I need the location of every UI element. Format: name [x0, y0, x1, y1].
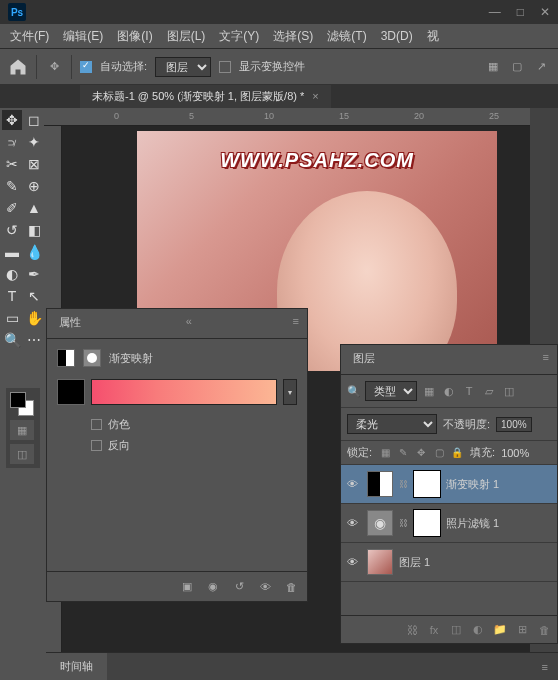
lock-transparency-icon[interactable]: ▦	[378, 446, 392, 460]
menu-select[interactable]: 选择(S)	[267, 26, 319, 47]
lock-position-icon[interactable]: ✥	[414, 446, 428, 460]
document-tab[interactable]: 未标题-1 @ 50% (渐变映射 1, 图层蒙版/8) * ×	[80, 85, 331, 108]
menu-type[interactable]: 文字(Y)	[213, 26, 265, 47]
eraser-tool[interactable]: ◧	[24, 220, 44, 240]
pen-tool[interactable]: ✒	[24, 264, 44, 284]
search-icon[interactable]: 🔍	[347, 385, 361, 398]
layer-style-icon[interactable]: fx	[427, 623, 441, 637]
menu-file[interactable]: 文件(F)	[4, 26, 55, 47]
zoom-tool[interactable]: 🔍	[2, 330, 22, 350]
delete-icon[interactable]: 🗑	[283, 579, 299, 595]
layer-name[interactable]: 图层 1	[399, 555, 430, 570]
visibility-icon[interactable]: 👁	[347, 556, 361, 568]
shape-tool[interactable]: ▭	[2, 308, 22, 328]
gradient-tool[interactable]: ▬	[2, 242, 22, 262]
layers-tab[interactable]: 图层	[341, 345, 387, 374]
visibility-icon[interactable]: 👁	[347, 478, 361, 490]
lock-all-icon[interactable]: 🔒	[450, 446, 464, 460]
close-tab-icon[interactable]: ×	[312, 90, 318, 102]
color-swatch[interactable]	[57, 379, 85, 405]
move-tool[interactable]: ✥	[2, 110, 22, 130]
menu-filter[interactable]: 滤镜(T)	[321, 26, 372, 47]
timeline-tab[interactable]: 时间轴	[46, 653, 107, 680]
brush-tool[interactable]: ✐	[2, 198, 22, 218]
filter-type-select[interactable]: 类型	[365, 381, 417, 401]
new-layer-icon[interactable]: ⊞	[515, 623, 529, 637]
menu-image[interactable]: 图像(I)	[111, 26, 158, 47]
new-group-icon[interactable]: 📁	[493, 623, 507, 637]
menu-3d[interactable]: 3D(D)	[375, 27, 419, 45]
filter-shape-icon[interactable]: ▱	[481, 383, 497, 399]
panel-menu-icon[interactable]: ≡	[535, 345, 557, 374]
reset-icon[interactable]: ↺	[231, 579, 247, 595]
menu-edit[interactable]: 编辑(E)	[57, 26, 109, 47]
menu-view[interactable]: 视	[421, 26, 445, 47]
move-tool-icon[interactable]: ✥	[45, 58, 63, 76]
mask-thumbnail[interactable]	[414, 471, 440, 497]
reverse-checkbox[interactable]	[91, 440, 102, 451]
new-adjustment-icon[interactable]: ◐	[471, 623, 485, 637]
lock-artboard-icon[interactable]: ▢	[432, 446, 446, 460]
dodge-tool[interactable]: ◐	[2, 264, 22, 284]
layer-thumbnail[interactable]	[367, 549, 393, 575]
layer-name[interactable]: 渐变映射 1	[446, 477, 499, 492]
gradient-dropdown[interactable]: ▾	[283, 379, 297, 405]
add-mask-icon[interactable]: ◫	[449, 623, 463, 637]
panel-menu-icon[interactable]: ≡	[532, 661, 558, 673]
lasso-tool[interactable]: ⟉	[2, 132, 22, 152]
close-button[interactable]: ✕	[540, 5, 550, 19]
filter-pixel-icon[interactable]: ▦	[421, 383, 437, 399]
eyedropper-tool[interactable]: ✎	[2, 176, 22, 196]
healing-tool[interactable]: ⊕	[24, 176, 44, 196]
minimize-button[interactable]: —	[489, 5, 501, 19]
opacity-value[interactable]: 100%	[496, 417, 532, 432]
visibility-icon[interactable]: 👁	[347, 517, 361, 529]
view-previous-icon[interactable]: ◉	[205, 579, 221, 595]
history-brush-tool[interactable]: ↺	[2, 220, 22, 240]
3d-mode-icon[interactable]: ▢	[508, 58, 526, 76]
mask-icon[interactable]	[83, 349, 101, 367]
dither-checkbox[interactable]	[91, 419, 102, 430]
collapsed-panel-icon[interactable]: ◫	[10, 444, 34, 464]
marquee-tool[interactable]: ◻	[24, 110, 44, 130]
frame-tool[interactable]: ⊠	[24, 154, 44, 174]
filter-smart-icon[interactable]: ◫	[501, 383, 517, 399]
filter-type-icon[interactable]: T	[461, 383, 477, 399]
crop-tool[interactable]: ✂	[2, 154, 22, 174]
fill-value[interactable]: 100%	[501, 447, 529, 459]
clip-to-layer-icon[interactable]: ▣	[179, 579, 195, 595]
collapsed-panel-icon[interactable]: ▦	[10, 420, 34, 440]
hand-tool[interactable]: ✋	[24, 308, 44, 328]
layer-item[interactable]: 👁 ⛓ 渐变映射 1	[341, 465, 557, 504]
align-icon[interactable]: ▦	[484, 58, 502, 76]
panel-menu-icon[interactable]: ≡	[285, 309, 307, 338]
filter-adjustment-icon[interactable]: ◐	[441, 383, 457, 399]
auto-select-checkbox[interactable]	[80, 61, 92, 73]
magic-wand-tool[interactable]: ✦	[24, 132, 44, 152]
blend-mode-select[interactable]: 柔光	[347, 414, 437, 434]
delete-layer-icon[interactable]: 🗑	[537, 623, 551, 637]
menu-layer[interactable]: 图层(L)	[161, 26, 212, 47]
type-tool[interactable]: T	[2, 286, 22, 306]
path-tool[interactable]: ↖	[24, 286, 44, 306]
mask-thumbnail[interactable]	[414, 510, 440, 536]
layer-item[interactable]: 👁 图层 1	[341, 543, 557, 582]
maximize-button[interactable]: □	[517, 5, 524, 19]
layer-thumbnail[interactable]	[367, 471, 393, 497]
blur-tool[interactable]: 💧	[24, 242, 44, 262]
link-layers-icon[interactable]: ⛓	[405, 623, 419, 637]
toggle-visibility-icon[interactable]: 👁	[257, 579, 273, 595]
share-icon[interactable]: ↗	[532, 58, 550, 76]
foreground-color[interactable]	[10, 392, 26, 408]
gradient-preview[interactable]	[91, 379, 277, 405]
foreground-background-colors[interactable]	[10, 392, 34, 416]
layer-name[interactable]: 照片滤镜 1	[446, 516, 499, 531]
auto-select-target[interactable]: 图层	[155, 57, 211, 77]
panel-collapse-icon[interactable]: «	[178, 309, 200, 338]
lock-pixels-icon[interactable]: ✎	[396, 446, 410, 460]
layer-item[interactable]: 👁 ⛓ 照片滤镜 1	[341, 504, 557, 543]
show-transform-checkbox[interactable]	[219, 61, 231, 73]
home-icon[interactable]	[8, 57, 28, 77]
edit-toolbar[interactable]: ⋯	[24, 330, 44, 350]
properties-tab[interactable]: 属性	[47, 309, 93, 338]
